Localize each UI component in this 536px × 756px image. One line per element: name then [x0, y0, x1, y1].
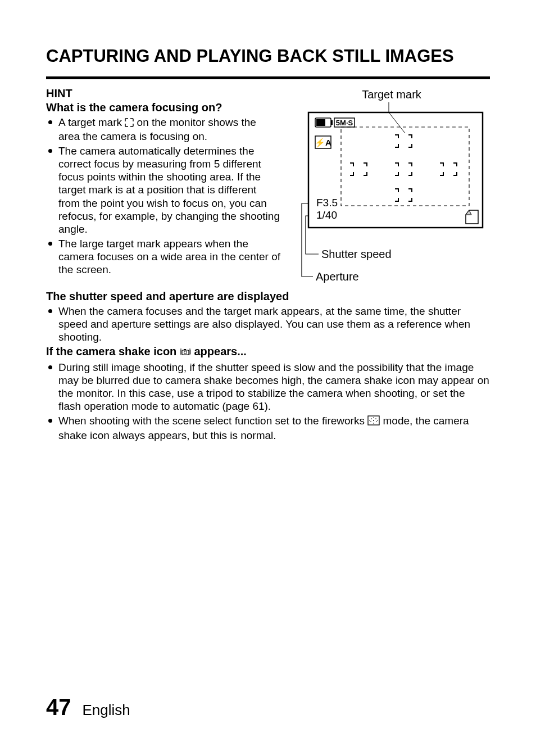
- bullet-shake-explain: During still image shooting, if the shut…: [58, 361, 490, 413]
- svg-point-27: [377, 420, 378, 422]
- svg-point-24: [373, 418, 374, 419]
- target-mark-label: Target mark: [290, 88, 493, 101]
- svg-rect-9: [341, 127, 469, 206]
- monitor-diagram: 5M·S ⚡A: [290, 102, 493, 290]
- svg-text:Aperture: Aperture: [316, 270, 359, 283]
- subheading-focus: What is the camera focusing on?: [46, 101, 280, 115]
- bullet-target-mark: A target mark on the monitor shows the a…: [58, 116, 280, 143]
- svg-point-25: [373, 423, 374, 424]
- svg-point-23: [376, 422, 377, 423]
- bullet-fireworks: When shooting with the scene select func…: [58, 414, 490, 441]
- svg-point-17: [184, 351, 187, 354]
- target-mark-icon: [125, 117, 134, 130]
- svg-rect-16: [184, 349, 186, 350]
- subheading-shake: If the camera shake icon appears...: [46, 345, 490, 360]
- battery-icon: [315, 118, 333, 127]
- svg-text:F3.5: F3.5: [316, 197, 338, 209]
- flash-auto-icon: ⚡A: [315, 136, 331, 148]
- subheading-shutter: The shutter speed and aperture are displ…: [46, 290, 490, 304]
- page-title: CAPTURING AND PLAYING BACK STILL IMAGES: [46, 46, 490, 66]
- svg-text:⚡A: ⚡A: [315, 138, 331, 148]
- sd-card-icon: [466, 210, 478, 224]
- svg-text:Shutter speed: Shutter speed: [321, 248, 392, 260]
- hint-label: HINT: [46, 87, 280, 100]
- page-language: English: [83, 701, 130, 719]
- text: appears...: [194, 345, 246, 357]
- svg-text:5M·S: 5M·S: [336, 119, 353, 127]
- svg-rect-3: [331, 120, 333, 125]
- page-number: 47: [46, 695, 71, 720]
- text: If the camera shake icon: [46, 345, 176, 357]
- fireworks-icon: [367, 415, 380, 428]
- text: A target mark: [58, 116, 122, 128]
- svg-point-19: [373, 420, 374, 421]
- bullet-large-mark: The large target mark appears when the c…: [58, 237, 280, 277]
- resolution-icon: 5M·S: [334, 118, 355, 127]
- bullet-auto-focus: The camera automatically determines the …: [58, 144, 280, 236]
- svg-rect-4: [316, 119, 325, 126]
- svg-line-10: [389, 112, 405, 133]
- text: When shooting with the scene select func…: [58, 415, 365, 427]
- svg-point-26: [369, 420, 370, 422]
- title-rule: [46, 76, 490, 79]
- svg-point-22: [370, 422, 371, 423]
- svg-text:1/40: 1/40: [316, 209, 337, 221]
- camera-shake-icon: [180, 346, 191, 360]
- bullet-shutter-display: When the camera focuses and the target m…: [58, 305, 490, 344]
- svg-point-21: [375, 419, 376, 420]
- svg-point-20: [371, 419, 372, 420]
